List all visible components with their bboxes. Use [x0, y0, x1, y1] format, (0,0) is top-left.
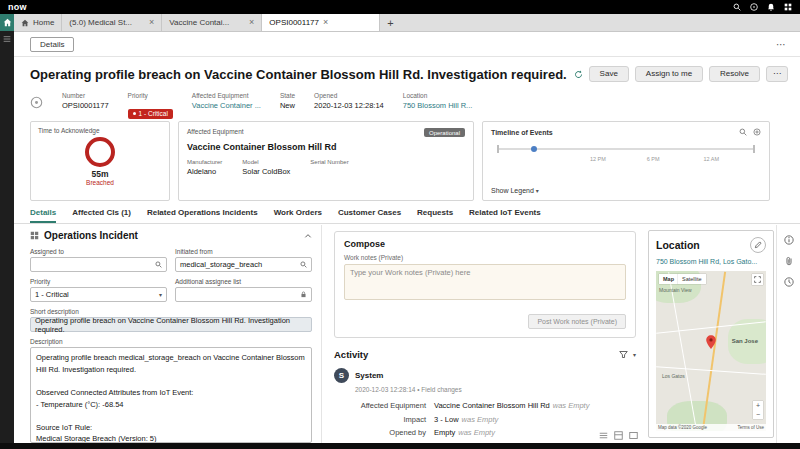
new-value: Vaccine Container Blossom Hill Rd — [434, 401, 550, 410]
location-link[interactable]: 750 Blossom Hill R... — [403, 101, 473, 110]
satellite-view-button[interactable]: Satellite — [678, 274, 706, 284]
info-icon[interactable] — [784, 235, 794, 245]
compose-panel: Compose Work notes (Private) Post Work n… — [334, 231, 636, 338]
priority-field: Priority 1 - Critical ▾ — [30, 278, 167, 302]
form-column: Operations Incident Assigned to Initiate… — [14, 225, 322, 443]
affected-equipment-link[interactable]: Vaccine Container ... — [192, 101, 261, 110]
tab-work-orders[interactable]: Work Orders — [274, 208, 322, 223]
old-value: was Empty — [462, 415, 499, 424]
tab-requests[interactable]: Requests — [417, 208, 453, 223]
lookup-search-icon[interactable] — [300, 261, 307, 268]
history-icon[interactable] — [784, 277, 794, 287]
form-section-title: Operations Incident — [44, 230, 138, 241]
tab-related-operations-incidents[interactable]: Related Operations Incidents — [147, 208, 258, 223]
map[interactable]: Mountain View San Jose Los Gatos Map Sat… — [656, 271, 766, 431]
tab-customer-cases[interactable]: Customer Cases — [338, 208, 401, 223]
map-city-label: San Jose — [732, 338, 758, 344]
timeline-search-icon[interactable] — [739, 128, 747, 136]
meta-label: Number — [62, 92, 109, 99]
tab-label: Home — [33, 18, 54, 27]
workspace-home-button[interactable] — [0, 14, 14, 31]
list-view-icon[interactable] — [599, 431, 608, 440]
collapse-section-icon[interactable] — [304, 232, 312, 240]
meta-value: New — [280, 101, 295, 110]
tab-medical-storage[interactable]: (5.0) Medical St... × — [62, 14, 162, 31]
tab-affected-cis[interactable]: Affected CIs (1) — [72, 208, 131, 223]
old-value: was Empty — [458, 428, 495, 437]
location-address-link[interactable]: 750 Blossom Hill Rd, Los Gato... — [656, 258, 766, 265]
tab-related-iot-events[interactable]: Related IoT Events — [469, 208, 541, 223]
short-description-input[interactable]: Operating profile breach on Vaccine Cont… — [30, 317, 312, 332]
chevron-down-icon[interactable]: ▾ — [633, 351, 636, 358]
time-to-acknowledge-card: Time to Acknowledge 55m Breached — [30, 121, 170, 201]
assigned-to-input[interactable] — [30, 257, 167, 272]
subheader-more-button[interactable]: ⋯ — [776, 39, 786, 50]
map-fullscreen-button[interactable] — [752, 274, 763, 285]
map-zoom-control[interactable]: + − — [753, 401, 763, 419]
events-timeline[interactable]: 12 PM 6 PM 12 AM — [497, 136, 755, 185]
priority-badge: 1 - Critical — [128, 109, 173, 119]
grid-view-icon[interactable] — [614, 431, 623, 440]
refresh-icon[interactable] — [574, 70, 583, 79]
zoom-out-button[interactable]: − — [753, 410, 763, 419]
sla-status: Breached — [38, 179, 162, 186]
meta-opened: Opened 2020-12-03 12:28:14 — [314, 92, 384, 110]
card-title: Affected Equipment — [187, 128, 244, 135]
priority-select[interactable]: 1 - Critical ▾ — [30, 287, 167, 302]
zoom-in-button[interactable]: + — [753, 401, 763, 410]
edit-location-button[interactable] — [750, 237, 766, 253]
attachment-icon[interactable] — [784, 256, 794, 266]
timeline-start-handle[interactable] — [497, 145, 499, 153]
record-meta-row: Number OPSI0001177 Priority 1 - Critical… — [30, 92, 770, 119]
activity-entry: S System 2020-12-03 12:28:14 • Field cha… — [334, 368, 636, 449]
card-title: Time to Acknowledge — [38, 127, 162, 134]
field-value: Solar ColdBox — [242, 167, 290, 176]
tab-details[interactable]: Details — [30, 208, 56, 223]
tab-home[interactable]: Home — [14, 14, 62, 31]
sla-gauge — [85, 137, 115, 167]
search-icon[interactable] — [733, 3, 741, 11]
meta-state: State New — [280, 92, 295, 110]
help-icon[interactable] — [750, 3, 758, 11]
initiated-from-input[interactable]: medical_storage_breach — [175, 257, 312, 272]
resolve-button[interactable]: Resolve — [709, 66, 760, 82]
meta-label: State — [280, 92, 295, 99]
servicenow-logo: now — [8, 2, 27, 12]
meta-label: Opened — [314, 92, 384, 99]
timestamp: 2020-12-03 12:28:14 — [355, 386, 415, 393]
card-view-icon[interactable] — [629, 431, 638, 440]
change-field: Impact — [334, 415, 426, 424]
lists-icon[interactable] — [0, 31, 14, 47]
map-city-label: Los Gatos — [662, 373, 685, 379]
map-view-button[interactable]: Map — [659, 274, 678, 284]
description-textarea[interactable]: Operating profile breach medical_storage… — [30, 347, 312, 443]
meta-value: 2020-12-03 12:28:14 — [314, 101, 384, 110]
new-tab-button[interactable]: + — [380, 14, 400, 31]
post-work-notes-button[interactable]: Post Work notes (Private) — [528, 314, 626, 329]
location-title: Location — [656, 239, 700, 251]
close-tab-icon[interactable]: × — [323, 18, 328, 27]
more-actions-button[interactable]: ⋯ — [766, 66, 788, 82]
chevron-down-icon: ▾ — [159, 291, 162, 298]
change-value: 3 - Lowwas Empty — [434, 415, 636, 424]
show-legend-toggle[interactable]: Show Legend ▾ — [491, 187, 761, 194]
field-label: Manufacturer — [187, 159, 222, 165]
save-button[interactable]: Save — [589, 66, 629, 82]
tab-vaccine-container[interactable]: Vaccine Contai... × — [162, 14, 262, 31]
close-tab-icon[interactable]: × — [249, 18, 254, 27]
initiated-from-field: Initiated from medical_storage_breach — [175, 248, 312, 272]
lookup-search-icon[interactable] — [155, 261, 162, 268]
notifications-icon[interactable] — [767, 3, 775, 11]
timeline-event-marker[interactable] — [531, 146, 537, 152]
apps-grid-icon[interactable] — [784, 3, 792, 11]
filter-icon[interactable] — [619, 350, 628, 359]
close-tab-icon[interactable]: × — [149, 18, 154, 27]
tab-opsi0001177[interactable]: OPSI0001177 × — [262, 14, 380, 31]
assign-to-me-button[interactable]: Assign to me — [635, 66, 703, 82]
work-notes-input[interactable] — [344, 264, 626, 300]
timeline-zoom-icon[interactable] — [753, 128, 761, 136]
details-button[interactable]: Details — [30, 37, 74, 52]
additional-assignee-input[interactable] — [175, 287, 312, 302]
timeline-end-handle[interactable] — [753, 145, 755, 153]
terms-link[interactable]: Terms of Use — [737, 425, 764, 430]
